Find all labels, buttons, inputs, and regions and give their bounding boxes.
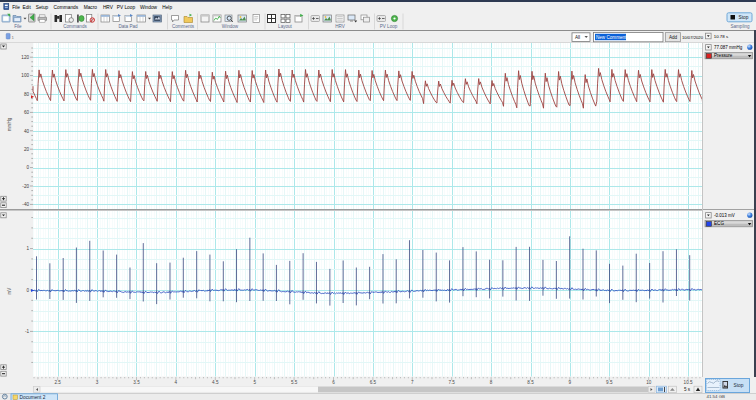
svg-text:ECG: ECG [714,221,724,226]
svg-text:77.087 mmHg: 77.087 mmHg [714,45,743,50]
svg-text:Pressure: Pressure [714,53,733,58]
svg-text:Stop: Stop [733,383,743,388]
svg-text:mV: mV [7,287,12,295]
svg-text:mmHg: mmHg [7,117,12,131]
svg-text:Document 2: Document 2 [20,395,46,400]
svg-text:-0.013 mV: -0.013 mV [714,213,735,218]
